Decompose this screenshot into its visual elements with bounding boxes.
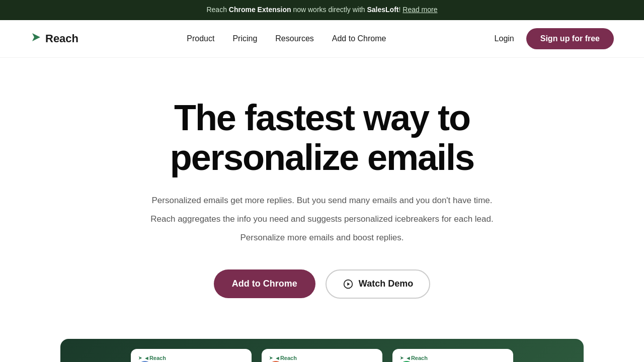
hero-desc-3: Personalize more emails and boost replie… <box>240 231 404 245</box>
banner-bold1: Chrome Extension <box>229 6 291 14</box>
logo-text: Reach <box>45 32 78 45</box>
nav-item-pricing[interactable]: Pricing <box>232 34 257 43</box>
preview-section: ◄Reach Robin Adair ◄Reach Robin Adair <box>0 319 644 362</box>
login-button[interactable]: Login <box>495 34 514 43</box>
play-icon <box>343 279 354 290</box>
watch-demo-button[interactable]: Watch Demo <box>326 269 430 299</box>
hero-cta: Add to Chrome Watch Demo <box>214 269 430 299</box>
logo-icon <box>30 31 42 46</box>
banner-middle: now works directly with <box>291 6 367 14</box>
preview-card-1: ◄Reach Robin Adair <box>131 349 252 362</box>
nav-item-resources[interactable]: Resources <box>275 34 313 43</box>
nav-links: Product Pricing Resources Add to Chrome <box>187 34 386 43</box>
logo[interactable]: Reach <box>30 31 78 46</box>
preview-logo-3: ◄Reach <box>399 355 506 361</box>
add-to-chrome-button[interactable]: Add to Chrome <box>214 269 315 298</box>
preview-logo-2: ◄Reach <box>269 355 375 361</box>
watch-demo-label: Watch Demo <box>359 279 413 289</box>
hero-title: The fastest way to personalize emails <box>96 98 548 177</box>
banner-read-more[interactable]: Read more <box>403 6 437 14</box>
hero-desc-2: Reach aggregates the info you need and s… <box>150 212 493 227</box>
hero-section: The fastest way to personalize emails Pe… <box>0 58 644 319</box>
hero-desc-1: Personalized emails get more replies. Bu… <box>152 194 493 208</box>
navbar: Reach Product Pricing Resources Add to C… <box>0 20 644 58</box>
preview-card-3: ◄Reach Robin Adair <box>392 349 513 362</box>
signup-button[interactable]: Sign up for free <box>526 28 614 49</box>
svg-marker-1 <box>347 282 350 286</box>
nav-item-product[interactable]: Product <box>187 34 214 43</box>
preview-container: ◄Reach Robin Adair ◄Reach Robin Adair <box>60 339 584 362</box>
banner-bold2: SalesLoft <box>367 6 398 14</box>
banner-prefix: Reach <box>206 6 228 14</box>
announcement-banner: Reach Chrome Extension now works directl… <box>0 0 644 20</box>
preview-card-2: ◄Reach Robin Adair <box>262 349 382 362</box>
nav-item-add-to-chrome[interactable]: Add to Chrome <box>332 34 386 43</box>
nav-actions: Login Sign up for free <box>495 28 614 49</box>
preview-logo-1: ◄Reach <box>138 355 245 361</box>
